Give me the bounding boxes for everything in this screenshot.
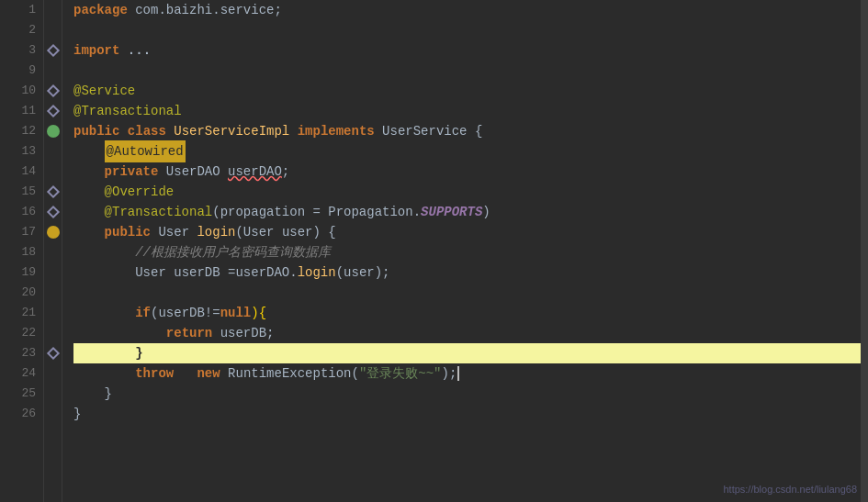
text-cursor [457, 366, 459, 381]
code-content: package com.baizhi.service; import ... @… [62, 0, 861, 502]
gutter-orange-17 [47, 226, 60, 239]
kw-public-17: public [105, 222, 151, 242]
annotation-transactional2: @Transactional [105, 202, 213, 222]
code-line-19: User userDB = userDAO . login (user); [73, 262, 861, 283]
plain-indent-24 [73, 363, 135, 384]
gutter-1 [44, 0, 62, 20]
code-line-11: @Transactional [73, 101, 861, 121]
code-line-23: } [73, 343, 861, 363]
ln-16: 16 [7, 202, 36, 222]
plain-import-dots: ... [119, 40, 151, 61]
gutter-diamond-11 [46, 105, 59, 117]
ln-10: 10 [7, 81, 36, 101]
code-line-22: return userDB; [73, 323, 861, 343]
gutter-diamond-3 [46, 44, 59, 57]
ln-24: 24 [7, 363, 36, 384]
gutter-21 [44, 303, 62, 323]
code-line-2 [73, 20, 861, 40]
plain-14b: ; [282, 162, 289, 182]
scrollbar-right[interactable] [861, 0, 868, 502]
gutter-green-12 [47, 125, 60, 138]
gutter-9 [44, 61, 62, 81]
gutter-diamond-16 [46, 206, 59, 218]
plain-16a: (propagation = Propagation. [212, 202, 421, 222]
plain-24b: RuntimeException( [220, 363, 359, 384]
plain-package-path: com.baizhi.service; [128, 0, 282, 20]
propagation-supports: SUPPORTS [421, 202, 482, 222]
code-line-15: @Override [73, 182, 861, 202]
code-editor: 1 2 3 9 10 11 12 13 14 15 16 17 18 19 20… [0, 0, 868, 502]
plain-12e: { [468, 121, 483, 141]
ln-15: 15 [7, 182, 36, 202]
watermark: https://blog.csdn.net/liulang68 [723, 484, 857, 495]
kw-new: new [197, 363, 220, 384]
kw-public-12: public [73, 121, 119, 141]
gutter [44, 0, 62, 502]
plain-indent-21 [73, 303, 135, 323]
code-line-21: if (userDB!= null ){ [73, 303, 861, 323]
brace-close-26: } [73, 404, 81, 424]
code-line-1: package com.baizhi.service; [73, 0, 861, 20]
gutter-diamond-23 [46, 347, 59, 360]
gutter-20 [44, 283, 62, 303]
ln-13: 13 [7, 141, 36, 162]
ln-14: 14 [7, 162, 36, 182]
kw-import: import [73, 40, 119, 61]
gutter-2 [44, 20, 62, 40]
gutter-10 [44, 81, 62, 101]
gutter-13 [44, 141, 62, 162]
classname-userserviceimpl: UserServiceImpl [174, 121, 289, 141]
kw-throw: throw [135, 363, 174, 384]
plain-indent-13 [73, 141, 105, 162]
plain-24a [174, 363, 197, 384]
plain-12c [289, 121, 297, 141]
line-numbers: 1 2 3 9 10 11 12 13 14 15 16 17 18 19 20… [0, 0, 44, 502]
code-line-9 [73, 61, 861, 81]
gutter-diamond-15 [46, 185, 59, 198]
plain-12d [375, 121, 382, 141]
plain-24c: ); [442, 363, 457, 384]
code-line-24: throw new RuntimeException( "登录失败~~" ); [73, 363, 861, 384]
ln-25: 25 [7, 384, 36, 404]
code-area: 1 2 3 9 10 11 12 13 14 15 16 17 18 19 20… [0, 0, 868, 502]
ln-3: 3 [7, 40, 36, 61]
gutter-18 [44, 242, 62, 262]
ln-11: 11 [7, 101, 36, 121]
plain-19a: User userDB = [135, 262, 235, 283]
gutter-14 [44, 162, 62, 182]
plain-22a: userDB; [212, 323, 274, 343]
annotation-autowired: @Autowired [105, 140, 186, 162]
annotation-override: @Override [105, 182, 175, 202]
ln-23: 23 [7, 343, 36, 363]
ln-22: 22 [7, 323, 36, 343]
plain-indent-14 [73, 162, 105, 182]
code-line-13: @Autowired [73, 141, 861, 162]
gutter-16 [44, 202, 62, 222]
brace-close-23: } [135, 343, 142, 363]
annotation-service: @Service [73, 81, 135, 101]
gutter-12 [44, 121, 62, 141]
code-line-3: import ... [73, 40, 861, 61]
plain-indent-23 [73, 343, 135, 363]
ln-17: 17 [7, 222, 36, 242]
ln-26: 26 [7, 404, 36, 424]
string-login-fail: "登录失败~~" [359, 363, 442, 384]
plain-19c: . [289, 262, 297, 283]
gutter-15 [44, 182, 62, 202]
plain-indent-17 [73, 222, 105, 242]
gutter-19 [44, 262, 62, 283]
plain-indent-25 [73, 384, 105, 404]
brace-close-25: } [105, 384, 112, 404]
gutter-24 [44, 363, 62, 384]
code-line-12: public class UserServiceImpl implements … [73, 121, 861, 141]
annotation-transactional: @Transactional [73, 101, 182, 121]
method-login: login [197, 222, 235, 242]
plain-indent-15 [73, 182, 105, 202]
kw-class: class [128, 121, 166, 141]
plain-indent-18 [73, 242, 135, 262]
plain-indent-19 [73, 262, 135, 283]
code-line-17: public User login (User user) { [73, 222, 861, 242]
plain-21a: (userDB!= [151, 303, 220, 323]
plain-indent-16 [73, 202, 105, 222]
plain-indent-22 [73, 323, 166, 343]
